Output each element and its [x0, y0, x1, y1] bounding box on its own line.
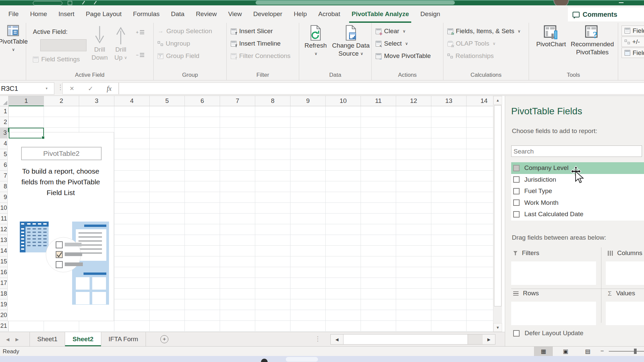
fields-items-sets-button[interactable]: fx Fields, Items, & Sets ∨	[443, 25, 529, 37]
filter-connections-button[interactable]: Filter Connections	[227, 50, 299, 62]
cancel-entry-icon[interactable]: ✕	[69, 85, 74, 92]
field-item-jurisdiction[interactable]: Jurisdiction	[511, 174, 644, 186]
change-data-source-button[interactable]: Change Data Source ∨	[331, 25, 370, 58]
field-item-company-level[interactable]: Company Level	[511, 162, 644, 174]
field-item-work-month[interactable]: Work Month	[511, 197, 644, 209]
field-settings-button[interactable]: Field Settings	[29, 54, 84, 65]
column-header-6[interactable]: 6	[185, 96, 220, 106]
horizontal-scroll-thumb[interactable]	[343, 335, 468, 344]
pivotchart-button[interactable]: PivotChart	[532, 25, 570, 48]
sheet-nav-right-icon[interactable]: ▶	[15, 332, 19, 346]
tab-view[interactable]: View	[222, 5, 248, 23]
field-checkbox[interactable]	[513, 199, 520, 206]
minimize-icon[interactable]	[619, 2, 624, 3]
tab-page-layout[interactable]: Page Layout	[80, 5, 127, 23]
insert-slicer-button[interactable]: Insert Slicer	[227, 25, 299, 37]
tab-data[interactable]: Data	[165, 5, 190, 23]
column-header-3[interactable]: 3	[79, 96, 114, 106]
expand-field-button[interactable]: +	[136, 29, 144, 36]
fields-search[interactable]	[511, 145, 642, 157]
zoom-slider-thumb[interactable]	[634, 349, 637, 354]
zoom-slider-track[interactable]	[609, 351, 644, 352]
drill-up-button[interactable]: Drill Up ∨	[111, 25, 131, 62]
area-box-rows[interactable]	[511, 302, 596, 325]
tab-insert[interactable]: Insert	[53, 5, 80, 23]
name-box-input[interactable]	[0, 84, 42, 93]
name-box[interactable]: ▼	[0, 82, 54, 95]
scroll-down-icon[interactable]: ▼	[493, 323, 502, 332]
sheet-tab-sheet2[interactable]: Sheet2	[65, 332, 101, 346]
collapse-field-button[interactable]: −	[136, 52, 144, 58]
scroll-up-icon[interactable]: ▲	[493, 96, 502, 105]
area-box-filters[interactable]	[511, 261, 596, 285]
normal-view-button[interactable]: ▦	[534, 347, 553, 356]
area-box-columns[interactable]	[606, 261, 644, 285]
field-item-fuel-type[interactable]: Fuel Type	[511, 185, 644, 197]
confirm-entry-icon[interactable]: ✓	[88, 85, 93, 93]
relationships-button[interactable]: Relationships	[443, 50, 529, 62]
move-pivottable-button[interactable]: → Move PivotTable	[372, 50, 443, 62]
column-header-7[interactable]: 7	[220, 96, 255, 106]
field-list-button[interactable]: Field List	[622, 25, 644, 36]
drill-down-button[interactable]: Drill Down	[89, 25, 110, 62]
formula-input[interactable]	[119, 82, 644, 95]
column-header-9[interactable]: 9	[290, 96, 326, 106]
new-sheet-button[interactable]: +	[160, 335, 168, 343]
row-header-2[interactable]: 2	[0, 117, 9, 128]
field-item-last-calculated-date[interactable]: Last Calculated Date	[511, 208, 644, 220]
defer-checkbox[interactable]	[513, 330, 520, 337]
insert-function-icon[interactable]: fx	[107, 85, 111, 93]
column-header-13[interactable]: 13	[431, 96, 467, 106]
tab-file[interactable]: File	[3, 5, 24, 23]
tab-help[interactable]: Help	[288, 5, 313, 23]
column-header-8[interactable]: 8	[255, 96, 290, 106]
column-header-2[interactable]: 2	[44, 96, 79, 106]
scroll-right-icon[interactable]: ▶	[483, 335, 495, 344]
select-all-corner[interactable]	[0, 96, 9, 106]
group-field-button[interactable]: 7 Group Field	[154, 50, 226, 62]
comments-button[interactable]: Comments	[568, 7, 644, 21]
tab-review[interactable]: Review	[190, 5, 222, 23]
field-checkbox[interactable]	[513, 176, 520, 183]
tab-design[interactable]: Design	[415, 5, 446, 23]
sheet-nav-left-icon[interactable]: ◀	[6, 332, 9, 346]
column-header-11[interactable]: 11	[361, 96, 396, 106]
page-break-view-button[interactable]: ▤	[578, 347, 597, 356]
tab-pivottable-analyze[interactable]: PivotTable Analyze	[346, 5, 415, 23]
pivottable-button[interactable]: PivotTable ∨	[0, 25, 26, 54]
field-checkbox[interactable]	[513, 165, 520, 171]
horizontal-scrollbar[interactable]: ◀ ▶	[330, 334, 495, 345]
defer-layout-update[interactable]: Defer Layout Update	[513, 329, 583, 337]
search-box-titlebar[interactable]	[256, 1, 455, 5]
insert-timeline-button[interactable]: Insert Timeline	[227, 38, 299, 49]
select-button[interactable]: ↖ Select ∨	[372, 38, 443, 49]
page-layout-view-button[interactable]: ▣	[556, 347, 575, 356]
selected-cell[interactable]	[9, 128, 44, 138]
sheet-tab-sheet1[interactable]: Sheet1	[30, 332, 65, 346]
area-box-values[interactable]	[606, 302, 644, 325]
tab-splitter-icon[interactable]: ⋮	[315, 335, 321, 343]
column-header-1[interactable]: 1	[9, 96, 44, 106]
field-headers-button[interactable]: Field Headers	[622, 48, 644, 58]
scroll-left-icon[interactable]: ◀	[331, 335, 343, 344]
vertical-scrollbar[interactable]: ▲ ▼	[493, 96, 502, 332]
row-header-21[interactable]: 21	[0, 321, 9, 331]
plus-minus-buttons-button[interactable]: +/-	[622, 37, 644, 47]
column-header-12[interactable]: 12	[396, 96, 431, 106]
redo-icon[interactable]	[94, 1, 97, 5]
row-header-1[interactable]: 1	[0, 106, 9, 117]
column-header-10[interactable]: 10	[326, 96, 361, 106]
field-checkbox[interactable]	[513, 188, 520, 194]
fields-search-input[interactable]	[512, 146, 638, 157]
tab-developer[interactable]: Developer	[248, 5, 288, 23]
olap-tools-button[interactable]: fx OLAP Tools ∨	[443, 38, 529, 49]
horizontal-scroll-track[interactable]	[468, 335, 483, 344]
column-header-5[interactable]: 5	[150, 96, 185, 106]
active-field-input[interactable]	[40, 39, 87, 51]
tab-formulas[interactable]: Formulas	[127, 5, 165, 23]
tab-acrobat[interactable]: Acrobat	[313, 5, 346, 23]
refresh-button[interactable]: Refresh ∨	[301, 25, 330, 58]
undo-icon[interactable]	[82, 1, 85, 5]
field-checkbox[interactable]	[513, 211, 520, 218]
group-selection-button[interactable]: → Group Selection	[154, 25, 226, 37]
